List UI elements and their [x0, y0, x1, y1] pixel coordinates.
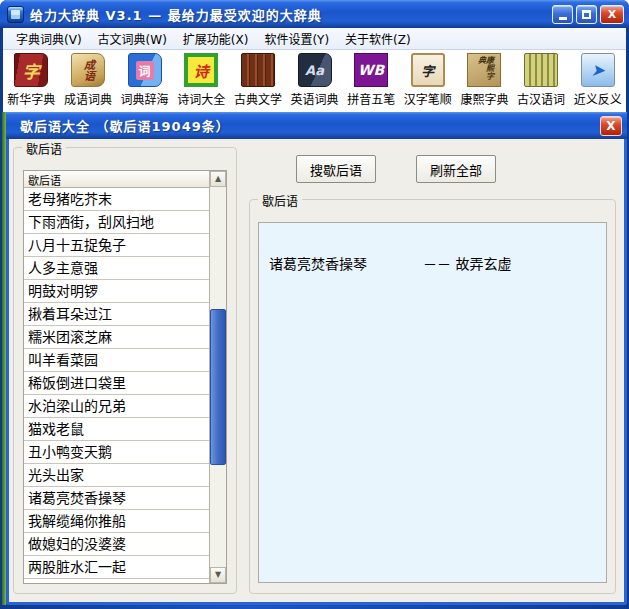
toolbar-item[interactable]: Aa 英语词典 [286, 53, 343, 107]
guhanyu-ci-icon [524, 53, 558, 87]
minimize-icon [559, 17, 567, 20]
menu-item[interactable]: 古文词典(W) [91, 28, 174, 49]
scrollbar-track[interactable] [210, 187, 226, 567]
list-item[interactable]: 老母猪吃芥末 [24, 188, 209, 211]
list-item[interactable]: 我解缆绳你推船 [24, 510, 209, 533]
xiehouyu-list-group: 歇后语 歇后语 老母猪吃芥末下雨洒街，刮风扫地八月十五捉兔子人多主意强明鼓对明锣… [13, 147, 237, 594]
list-item[interactable]: 糯米团滚芝麻 [24, 326, 209, 349]
toolbar-item[interactable]: 成语 成语词典 [60, 53, 117, 107]
xinhua-dictionary-icon: 字 [14, 53, 48, 87]
list-item[interactable]: 叫羊看菜园 [24, 349, 209, 372]
scroll-up-button[interactable]: ▲ [210, 171, 226, 187]
shici-daquan-icon: 诗 [184, 53, 218, 87]
dialog-close-button[interactable]: X [600, 116, 622, 136]
gudian-wenxue-icon [241, 53, 275, 87]
list-item[interactable]: 八月十五捉兔子 [24, 234, 209, 257]
maximize-icon [582, 10, 591, 19]
toolbar-item-label: 古典文学 [234, 90, 282, 107]
toolbar-item-label: 拼音五笔 [347, 90, 395, 107]
toolbar-item[interactable]: 古汉语词 [513, 53, 570, 107]
scroll-down-button[interactable]: ▼ [210, 567, 226, 583]
list-item[interactable]: 诸葛亮焚香操琴 [24, 487, 209, 510]
toolbar-item[interactable]: 诗 诗词大全 [173, 53, 230, 107]
dialog-body: 歇后语 歇后语 老母猪吃芥末下雨洒街，刮风扫地八月十五捉兔子人多主意强明鼓对明锣… [9, 139, 624, 602]
result-group-label: 歇后语 [258, 192, 302, 209]
minimize-button[interactable] [552, 5, 573, 24]
scrollbar-thumb[interactable] [210, 309, 226, 465]
toolbar-item[interactable]: 古典文学 [230, 53, 287, 107]
list-item[interactable]: 两股脏水汇一起 [24, 556, 209, 579]
app-window: 给力大辞典 V3.1 — 最给力最受欢迎的大辞典 X 字典词典(V)古文词典(W… [0, 0, 629, 609]
search-xiehouyu-button[interactable]: 搜歇后语 [296, 155, 376, 183]
toolbar-item-label: 成语词典 [64, 90, 112, 107]
maximize-button[interactable] [576, 5, 597, 24]
cidian-cihai-icon: 词 [128, 53, 162, 87]
dialog-titlebar: 歇后语大全 （歇后语19049条） X [6, 112, 627, 139]
toolbar-item[interactable]: ➤ 近义反义 [569, 53, 626, 107]
toolbar-item-label: 新华字典 [7, 90, 55, 107]
xiehouyu-listbox: 歇后语 老母猪吃芥末下雨洒街，刮风扫地八月十五捉兔子人多主意强明鼓对明锣揪着耳朵… [23, 170, 227, 584]
list-column-header[interactable]: 歇后语 [24, 171, 209, 188]
result-text-area[interactable]: 诸葛亮焚香操琴 －－ 故弄玄虚 [258, 222, 607, 583]
app-icon [7, 6, 24, 23]
list-item[interactable]: 猫戏老鼠 [24, 418, 209, 441]
list-rows-container: 歇后语 老母猪吃芥末下雨洒街，刮风扫地八月十五捉兔子人多主意强明鼓对明锣揪着耳朵… [24, 171, 209, 583]
list-item[interactable]: 做媳妇的没婆婆 [24, 533, 209, 556]
refresh-all-button[interactable]: 刷新全部 [416, 155, 496, 183]
menu-item[interactable]: 字典词典(V) [9, 28, 89, 49]
toolbar-item-label: 词典辞海 [121, 90, 169, 107]
main-titlebar: 给力大辞典 V3.1 — 最给力最受欢迎的大辞典 X [0, 0, 629, 28]
toolbar-item-label: 近义反义 [574, 90, 622, 107]
app-title: 给力大辞典 V3.1 — 最给力最受欢迎的大辞典 [30, 5, 552, 24]
toolbar-item[interactable]: 字 汉字笔顺 [399, 53, 456, 107]
toolbar-item-label: 康熙字典 [460, 90, 508, 107]
toolbar-item-label: 汉字笔顺 [404, 90, 452, 107]
list-item[interactable]: 下雨洒街，刮风扫地 [24, 211, 209, 234]
toolbar-item[interactable]: 字 新华字典 [3, 53, 60, 107]
menu-item[interactable]: 软件设置(Y) [257, 28, 336, 49]
list-item[interactable]: 光头出家 [24, 464, 209, 487]
toolbar: 字 新华字典 成语 成语词典 词 词典辞海 诗 诗词大全 古典文学 Aa 英语词… [3, 50, 626, 112]
toolbar-item-label: 英语词典 [291, 90, 339, 107]
toolbar-item-label: 古汉语词 [517, 90, 565, 107]
dialog-title: 歇后语大全 （歇后语19049条） [20, 116, 600, 135]
kangxi-zidian-icon: 康熙字典 [467, 53, 501, 87]
list-item[interactable]: 明鼓对明锣 [24, 280, 209, 303]
menu-item[interactable]: 扩展功能(X) [176, 28, 256, 49]
list-rows: 老母猪吃芥末下雨洒街，刮风扫地八月十五捉兔子人多主意强明鼓对明锣揪着耳朵过江糯米… [24, 188, 209, 579]
yingyu-cidian-icon: Aa [298, 53, 332, 87]
jinyi-fanyi-icon: ➤ [581, 53, 615, 87]
xiehouyu-dialog: 歇后语大全 （歇后语19049条） X 歇后语 歇后语 老母猪吃芥末下雨洒街，刮… [6, 112, 627, 605]
toolbar-item[interactable]: WB 拼音五笔 [343, 53, 400, 107]
toolbar-item-label: 诗词大全 [177, 90, 225, 107]
xiehouyu-result-group: 歇后语 诸葛亮焚香操琴 －－ 故弄玄虚 [249, 199, 616, 594]
pinyin-wubi-icon: WB [354, 53, 388, 87]
list-group-label: 歇后语 [22, 140, 66, 157]
list-item[interactable]: 丑小鸭变天鹅 [24, 441, 209, 464]
close-button[interactable]: X [600, 5, 624, 24]
toolbar-item[interactable]: 词 词典辞海 [116, 53, 173, 107]
hanzi-bishun-icon: 字 [411, 53, 445, 87]
list-item[interactable]: 揪着耳朵过江 [24, 303, 209, 326]
list-item[interactable]: 人多主意强 [24, 257, 209, 280]
menu-bar: 字典词典(V)古文词典(W)扩展功能(X)软件设置(Y)关于软件(Z) [3, 28, 626, 50]
list-scrollbar[interactable]: ▲ ▼ [209, 171, 226, 583]
chengyu-dictionary-icon: 成语 [71, 53, 105, 87]
list-item[interactable]: 水泊梁山的兄弟 [24, 395, 209, 418]
toolbar-item[interactable]: 康熙字典 康熙字典 [456, 53, 513, 107]
menu-item[interactable]: 关于软件(Z) [338, 28, 418, 49]
list-item[interactable]: 稀饭倒进口袋里 [24, 372, 209, 395]
